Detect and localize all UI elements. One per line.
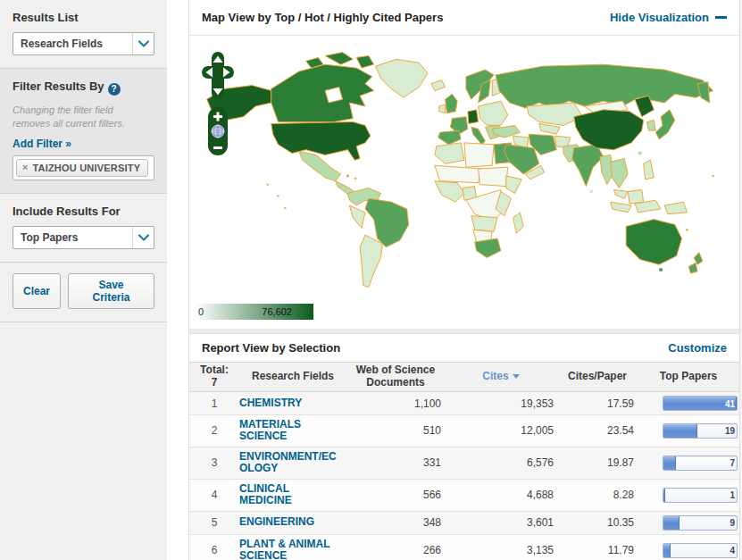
row-wos-documents: 566 bbox=[346, 485, 445, 505]
top-papers-bar-fill bbox=[663, 456, 676, 470]
visualization-panel: Map View by Top / Hot / Highly Cited Pap… bbox=[188, 0, 739, 560]
column-header-wos-documents: Web of Science Documents bbox=[346, 364, 445, 389]
research-field-link[interactable]: CHEMISTRY bbox=[239, 397, 302, 409]
hide-visualization-link[interactable]: Hide Visualization bbox=[610, 11, 727, 24]
column-header-total: Total: 7 bbox=[189, 364, 239, 389]
row-rank: 1 bbox=[189, 394, 239, 414]
filter-tag[interactable]: × TAIZHOU UNIVERSITY bbox=[16, 159, 148, 177]
world-map-region: 0 76,602 bbox=[189, 36, 739, 329]
row-rank: 5 bbox=[189, 513, 239, 532]
add-filter-link[interactable]: Add Filter » bbox=[13, 138, 71, 150]
country-south-africa bbox=[475, 238, 501, 257]
report-header: Report View by Selection Customize bbox=[189, 334, 739, 362]
actions-section: Clear Save Criteria bbox=[0, 263, 167, 322]
country-philippines bbox=[644, 160, 654, 179]
row-wos-documents: 331 bbox=[346, 453, 445, 472]
top-papers-bar-fill bbox=[663, 544, 671, 557]
research-field-link[interactable]: ENGINEERING bbox=[239, 515, 314, 528]
filter-tag-label: TAIZHOU UNIVERSITY bbox=[32, 163, 140, 173]
clear-button[interactable]: Clear bbox=[13, 273, 61, 309]
country-kazakhstan bbox=[527, 103, 582, 125]
pan-control[interactable] bbox=[202, 52, 234, 100]
sidebar-spacer bbox=[0, 322, 167, 560]
choropleth-scale: 0 76,602 bbox=[196, 304, 313, 320]
row-cites: 4,688 bbox=[445, 485, 557, 505]
country-indonesia bbox=[611, 202, 631, 213]
hide-visualization-label: Hide Visualization bbox=[610, 11, 709, 24]
research-field-link[interactable]: MATERIALS SCIENCE bbox=[239, 418, 301, 442]
table-row: 4 CLINICAL MEDICINE 566 4,688 8.28 1 bbox=[189, 480, 739, 512]
row-cites: 3,135 bbox=[445, 540, 557, 560]
chevron-down-icon bbox=[132, 33, 154, 54]
research-field-link[interactable]: PLANT & ANIMAL SCIENCE bbox=[239, 538, 329, 560]
column-header-top-papers: Top Papers bbox=[638, 371, 739, 383]
table-row: 2 MATERIALS SCIENCE 510 12,005 23.54 19 bbox=[189, 415, 739, 447]
report-title: Report View by Selection bbox=[202, 341, 340, 355]
row-cites: 3,601 bbox=[445, 513, 557, 532]
map-controls bbox=[202, 52, 234, 158]
sort-desc-icon bbox=[513, 374, 520, 379]
country-argentina bbox=[360, 235, 382, 287]
map-panel-header: Map View by Top / Hot / Highly Cited Pap… bbox=[189, 0, 739, 36]
row-cites: 19,353 bbox=[445, 394, 557, 414]
research-field-link[interactable]: ENVIRONMENT/ECOLOGY bbox=[239, 450, 337, 474]
minus-icon bbox=[715, 16, 727, 19]
globe-icon bbox=[212, 125, 224, 138]
row-wos-documents: 510 bbox=[346, 421, 445, 440]
row-cites-per-paper: 17.59 bbox=[557, 394, 638, 414]
country-italy bbox=[471, 127, 486, 144]
country-australia bbox=[626, 220, 681, 265]
zoom-out-icon bbox=[213, 146, 222, 149]
row-cites: 12,005 bbox=[445, 421, 557, 440]
column-header-research-fields: Research Fields bbox=[239, 371, 346, 383]
table-row: 3 ENVIRONMENT/ECOLOGY 331 6,576 19.87 7 bbox=[189, 447, 739, 480]
country-india bbox=[572, 145, 604, 187]
top-papers-value: 4 bbox=[729, 546, 735, 556]
research-field-link[interactable]: CLINICAL MEDICINE bbox=[239, 482, 292, 506]
top-papers-bar-fill bbox=[663, 424, 697, 438]
total-label: Total: bbox=[189, 364, 239, 377]
customize-link[interactable]: Customize bbox=[668, 341, 727, 355]
row-wos-documents: 1,100 bbox=[346, 394, 445, 414]
top-papers-value: 19 bbox=[725, 426, 735, 436]
filter-results-label: Filter Results By bbox=[13, 79, 104, 93]
row-cites-per-paper: 10.35 bbox=[557, 513, 638, 532]
country-china bbox=[574, 110, 644, 150]
top-papers-bar: 1 bbox=[663, 488, 738, 503]
map-view-title: Map View by Top / Hot / Highly Cited Pap… bbox=[202, 11, 443, 24]
filter-sidebar: Results List Research Fields Filter Resu… bbox=[0, 0, 167, 560]
chevron-down-icon bbox=[132, 227, 154, 248]
save-criteria-button[interactable]: Save Criteria bbox=[68, 273, 154, 309]
active-filters-box: × TAIZHOU UNIVERSITY bbox=[13, 155, 154, 180]
table-header-row: Total: 7 Research Fields Web of Science … bbox=[189, 362, 739, 392]
row-rank: 4 bbox=[189, 485, 239, 505]
zoom-control[interactable] bbox=[208, 107, 228, 155]
cites-label: Cites bbox=[482, 370, 508, 382]
remove-filter-icon[interactable]: × bbox=[22, 163, 28, 172]
table-row: 1 CHEMISTRY 1,100 19,353 17.59 41 bbox=[189, 392, 739, 415]
top-papers-bar: 7 bbox=[663, 456, 738, 471]
country-madagascar bbox=[513, 213, 524, 233]
table-row: 5 ENGINEERING 348 3,601 10.35 9 bbox=[189, 512, 739, 535]
filter-results-section: Filter Results By? Changing the filter f… bbox=[0, 69, 167, 194]
country-germany bbox=[468, 110, 479, 124]
scale-max-label: 76,602 bbox=[262, 306, 313, 317]
results-list-dropdown[interactable]: Research Fields bbox=[13, 32, 154, 55]
top-papers-value: 1 bbox=[729, 490, 735, 500]
include-results-selected: Top Papers bbox=[13, 231, 132, 244]
top-papers-bar-fill bbox=[663, 489, 665, 502]
results-list-selected: Research Fields bbox=[13, 38, 132, 50]
row-cites: 6,576 bbox=[445, 453, 557, 472]
table-row: 6 PLANT & ANIMAL SCIENCE 266 3,135 11.79… bbox=[189, 535, 739, 560]
help-icon[interactable]: ? bbox=[108, 83, 121, 96]
top-papers-value: 41 bbox=[725, 398, 735, 408]
choropleth-world-map bbox=[195, 41, 734, 304]
total-value: 7 bbox=[189, 377, 239, 389]
country-canada bbox=[271, 64, 374, 121]
filter-results-title: Filter Results By? bbox=[13, 79, 154, 96]
column-header-cites[interactable]: Cites bbox=[445, 371, 557, 383]
country-japan bbox=[655, 110, 674, 139]
top-papers-bar-fill bbox=[663, 516, 679, 530]
include-results-dropdown[interactable]: Top Papers bbox=[13, 226, 154, 249]
results-list-label: Results List bbox=[13, 11, 154, 24]
